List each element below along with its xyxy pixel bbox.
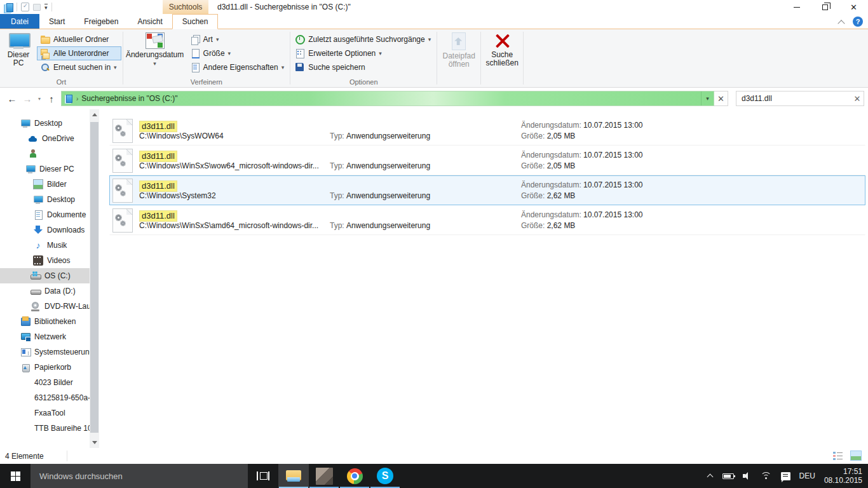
sidebar-item-icon [20, 362, 31, 372]
aktueller-ordner-button[interactable]: Aktueller Ordner [37, 32, 121, 46]
file-explorer-icon [286, 470, 301, 482]
language-indicator[interactable]: DEU [795, 464, 820, 488]
sidebar-scrollbar[interactable] [90, 109, 99, 448]
search-input[interactable] [736, 94, 851, 103]
tab-freigeben[interactable]: Freigeben [74, 14, 128, 29]
thumbnails-view-button[interactable] [850, 451, 862, 461]
result-row[interactable]: d3d11.dll C:\Windows\WinSxS\amd64_micros… [109, 205, 865, 235]
network-indicator[interactable] [756, 464, 776, 488]
sidebar-item[interactable]: ♪ Musik [0, 238, 99, 253]
task-view-button[interactable] [248, 464, 278, 488]
sidebar-item[interactable]: 4023 Bilder [0, 375, 99, 390]
sidebar-item[interactable]: OS (C:) [0, 268, 99, 283]
taskbar-photos-button[interactable] [309, 464, 339, 488]
properties-icon[interactable] [21, 3, 29, 11]
explorer-icon [4, 3, 13, 11]
windows-logo-icon [11, 471, 20, 481]
tab-datei[interactable]: Datei [0, 14, 39, 29]
tray-expand-button[interactable] [703, 464, 718, 488]
divider [523, 32, 524, 85]
results-list: d3d11.dll C:\Windows\SysWOW64 Typ: Anwen… [99, 109, 868, 448]
tab-ansicht[interactable]: Ansicht [128, 14, 172, 29]
tab-suchen[interactable]: Suchen [172, 14, 219, 29]
help-icon[interactable]: ? [853, 17, 863, 27]
close-search-icon [493, 32, 511, 49]
erweiterte-optionen-button[interactable]: Erweiterte Optionen ▾ [292, 46, 435, 60]
sidebar-item[interactable]: Desktop [0, 116, 99, 131]
sidebar-item[interactable]: OneDrive [0, 131, 99, 146]
details-view-button[interactable] [832, 451, 844, 461]
new-folder-icon[interactable] [33, 4, 41, 11]
sidebar-item[interactable]: Downloads [0, 222, 99, 238]
close-button[interactable]: ✕ [839, 0, 868, 14]
restore-button[interactable] [811, 0, 839, 14]
taskbar-skype-button[interactable]: S [370, 464, 400, 488]
andere-eigenschaften-button[interactable]: Andere Eigenschaften ▾ [187, 60, 289, 74]
result-row[interactable]: d3d11.dll C:\Windows\SysWOW64 Typ: Anwen… [109, 116, 865, 146]
alle-unterordner-button[interactable]: Alle Unterordner [37, 46, 121, 60]
taskbar-chrome-button[interactable] [339, 464, 370, 488]
restore-icon [822, 4, 828, 10]
stop-search-button[interactable]: ✕ [714, 91, 728, 106]
sidebar-item[interactable]: Desktop [0, 192, 99, 207]
groesse-button[interactable]: Größe ▾ [187, 46, 289, 60]
sidebar-item[interactable]: Netzwerk [0, 329, 99, 344]
clock[interactable]: 17:5108.10.2015 [820, 464, 865, 488]
scrollbar-thumb[interactable] [90, 122, 98, 433]
kind-icon [190, 34, 200, 44]
art-button[interactable]: Art ▾ [187, 32, 289, 46]
sidebar-item[interactable]: TTB Baureihe 10 [0, 421, 99, 436]
scroll-up-icon[interactable] [90, 109, 99, 120]
navigation-pane: Desktop OneDrive Dieser PC [0, 109, 99, 448]
sidebar-item[interactable]: Videos [0, 253, 99, 268]
sidebar-item[interactable]: Dieser PC [0, 161, 99, 177]
suche-speichern-button[interactable]: Suche speichern [292, 60, 435, 74]
sidebar-item[interactable]: Papierkorb [0, 360, 99, 375]
sidebar-item-icon [33, 179, 43, 189]
zuletzt-suchvorgaenge-button[interactable]: Zuletzt ausgeführte Suchvorgänge ▾ [292, 32, 435, 46]
scroll-down-icon[interactable] [90, 437, 99, 448]
task-view-icon [257, 471, 269, 480]
result-row[interactable]: d3d11.dll C:\Windows\System32 Typ: Anwen… [109, 175, 865, 205]
action-center-button[interactable] [776, 464, 795, 488]
erneut-suchen-button[interactable]: Erneut suchen in ▾ [37, 60, 121, 74]
minimize-button[interactable] [782, 0, 811, 14]
sidebar-item[interactable]: 63125819-650a-4 [0, 390, 99, 405]
minimize-icon [794, 7, 800, 8]
search-box[interactable]: ✕ [736, 91, 864, 106]
clear-search-icon[interactable]: ✕ [851, 94, 864, 104]
main-area: Desktop OneDrive Dieser PC [0, 109, 868, 448]
suche-schliessen-button[interactable]: Sucheschließen [482, 31, 522, 67]
sidebar-item[interactable]: Bilder [0, 177, 99, 192]
back-button[interactable]: ← [5, 93, 19, 104]
sidebar-item-label: FxaaTool [34, 409, 65, 417]
sidebar-item[interactable]: FxaaTool [0, 405, 99, 421]
dieser-pc-button[interactable]: DieserPC [1, 31, 36, 74]
sidebar-item-label: Netzwerk [34, 332, 66, 341]
sidebar-item[interactable]: Dokumente [0, 207, 99, 222]
address-bar[interactable]: › Suchergebnisse in "OS (C:)" ▾ [61, 91, 714, 106]
sidebar-item[interactable]: Systemsteuerung [0, 344, 99, 360]
collapse-ribbon-icon[interactable] [837, 19, 845, 24]
sidebar-item[interactable]: DVD-RW-Laufw [0, 299, 99, 314]
sidebar-item[interactable] [0, 146, 99, 161]
photo-app-icon [316, 468, 333, 485]
sidebar-item-icon [33, 225, 43, 235]
sidebar-item-label: Bilder [47, 180, 67, 189]
taskbar-search[interactable]: Windows durchsuchen [31, 464, 248, 488]
aenderungsdatum-button[interactable]: Änderungsdatum▾ [125, 31, 186, 74]
taskbar-explorer-button[interactable] [278, 464, 309, 488]
volume-indicator[interactable] [738, 464, 756, 488]
sidebar-item[interactable]: Data (D:) [0, 283, 99, 299]
group-label-optionen: Optionen [292, 76, 435, 87]
dll-file-icon [112, 119, 133, 143]
sidebar-item[interactable]: Bibliotheken [0, 314, 99, 329]
result-row[interactable]: d3d11.dll C:\Windows\WinSxS\wow64_micros… [109, 146, 865, 175]
customize-qat-dropdown-icon[interactable]: ▾ [44, 4, 48, 11]
recent-locations-dropdown-icon[interactable]: ▾ [36, 96, 43, 102]
battery-indicator[interactable] [718, 464, 738, 488]
up-button[interactable]: ↑ [44, 93, 58, 104]
start-button[interactable] [0, 464, 31, 488]
address-dropdown-icon[interactable]: ▾ [701, 92, 714, 105]
tab-start[interactable]: Start [39, 14, 74, 29]
